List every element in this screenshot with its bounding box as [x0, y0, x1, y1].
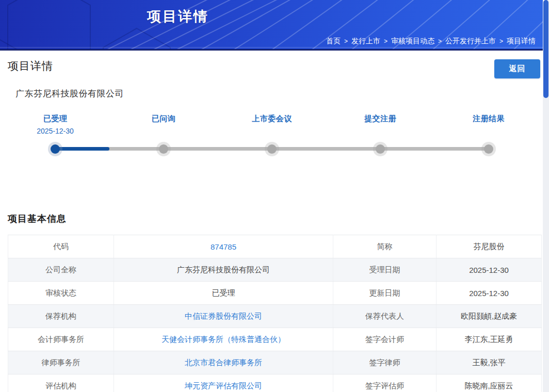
- banner-title: 项目详情: [0, 7, 356, 26]
- section-title: 项目基本信息: [8, 213, 67, 225]
- scrollbar-thumb[interactable]: [543, 0, 548, 98]
- step-label-4[interactable]: 提交注册: [326, 114, 434, 124]
- field-label: 代码: [8, 235, 114, 258]
- field-value: 芬尼股份: [437, 235, 542, 258]
- field-value: 2025-12-30: [437, 258, 542, 282]
- field-label: 保荐机构: [8, 305, 114, 328]
- step-label-3[interactable]: 上市委会议: [218, 114, 326, 124]
- project-detail-page: 项目详情 首页>发行上市>审核项目动态>公开发行并上市>项目详情 项目详情 返回…: [0, 0, 549, 392]
- field-label: 受理日期: [333, 258, 437, 282]
- project-info-table: 代码874785简称芬尼股份公司全称广东芬尼科技股份有限公司受理日期2025-1…: [8, 235, 542, 392]
- company-name: 广东芬尼科技股份有限公司: [15, 88, 124, 100]
- page-title: 项目详情: [8, 59, 53, 73]
- breadcrumb-item-2[interactable]: 发行上市: [351, 37, 380, 45]
- scrollbar[interactable]: [543, 0, 549, 392]
- breadcrumb-separator: >: [438, 38, 442, 45]
- breadcrumb-separator: >: [384, 38, 387, 45]
- breadcrumb-separator: >: [344, 38, 348, 45]
- page-banner: 项目详情 首页>发行上市>审核项目动态>公开发行并上市>项目详情: [0, 0, 543, 51]
- field-label: 保荐代表人: [333, 305, 437, 328]
- stepper-track-active: [55, 147, 109, 151]
- field-label: 会计师事务所: [8, 328, 114, 351]
- table-row: 律师事务所北京市君合律师事务所签字律师王毅,张平: [8, 351, 542, 374]
- breadcrumb-item-3[interactable]: 审核项目动态: [391, 37, 434, 45]
- field-value: 已受理: [114, 282, 333, 305]
- step-dot-1: [51, 144, 60, 154]
- field-value-link[interactable]: 坤元资产评估有限公司: [185, 381, 262, 390]
- field-label: 签字会计师: [333, 328, 437, 351]
- table-row: 保荐机构中信证券股份有限公司保荐代表人欧阳颢頔,赵成豪: [8, 305, 542, 328]
- field-label: 审核状态: [8, 282, 114, 305]
- field-value-link[interactable]: 天健会计师事务所（特殊普通合伙）: [162, 335, 285, 344]
- field-label: 律师事务所: [8, 351, 114, 374]
- step-dot-2: [159, 144, 168, 154]
- table-row: 评估机构坤元资产评估有限公司签字评估师陈晓南,应丽云: [8, 374, 542, 392]
- step-label-5[interactable]: 注册结果: [434, 114, 543, 124]
- step-label-1[interactable]: 已受理: [1, 114, 109, 124]
- breadcrumb: 首页>发行上市>审核项目动态>公开发行并上市>项目详情: [326, 37, 536, 46]
- field-value: 广东芬尼科技股份有限公司: [114, 258, 333, 282]
- field-label: 公司全称: [8, 258, 114, 282]
- table-row: 公司全称广东芬尼科技股份有限公司受理日期2025-12-30: [8, 258, 542, 282]
- breadcrumb-item-4[interactable]: 公开发行并上市: [445, 37, 496, 45]
- field-value: 天健会计师事务所（特殊普通合伙）: [114, 328, 333, 351]
- field-value-link[interactable]: 北京市君合律师事务所: [185, 358, 262, 367]
- step-label-2[interactable]: 已问询: [109, 114, 218, 124]
- field-value-link[interactable]: 中信证券股份有限公司: [185, 312, 262, 320]
- step-dot-5: [484, 144, 493, 154]
- step-dot-3: [267, 144, 277, 154]
- field-value: 北京市君合律师事务所: [114, 351, 333, 374]
- breadcrumb-separator: >: [499, 38, 503, 45]
- field-value: 874785: [114, 235, 333, 258]
- field-value: 欧阳颢頔,赵成豪: [437, 305, 542, 328]
- table-row: 会计师事务所天健会计师事务所（特殊普通合伙）签字会计师李江东,王延勇: [8, 328, 542, 351]
- field-label: 简称: [333, 235, 437, 258]
- field-label: 评估机构: [8, 374, 114, 392]
- step-date-1: 2025-12-30: [1, 127, 109, 135]
- field-value: 中信证券股份有限公司: [114, 305, 333, 328]
- breadcrumb-item-1[interactable]: 首页: [326, 37, 341, 45]
- field-value: 2025-12-30: [437, 282, 542, 305]
- progress-stepper: 已受理2025-12-30已问询上市委会议提交注册注册结果: [0, 111, 543, 168]
- field-value: 坤元资产评估有限公司: [114, 374, 333, 392]
- field-value: 李江东,王延勇: [437, 328, 542, 351]
- breadcrumb-item-5[interactable]: 项目详情: [507, 37, 536, 45]
- field-value: 陈晓南,应丽云: [437, 374, 542, 392]
- table-row: 代码874785简称芬尼股份: [8, 235, 542, 258]
- field-value-link[interactable]: 874785: [211, 242, 236, 251]
- field-value: 王毅,张平: [437, 351, 542, 374]
- field-label: 签字律师: [333, 351, 437, 374]
- table-row: 审核状态已受理更新日期2025-12-30: [8, 282, 542, 305]
- back-button[interactable]: 返回: [494, 59, 540, 78]
- field-label: 更新日期: [333, 282, 437, 305]
- step-dot-4: [376, 144, 385, 154]
- field-label: 签字评估师: [333, 374, 437, 392]
